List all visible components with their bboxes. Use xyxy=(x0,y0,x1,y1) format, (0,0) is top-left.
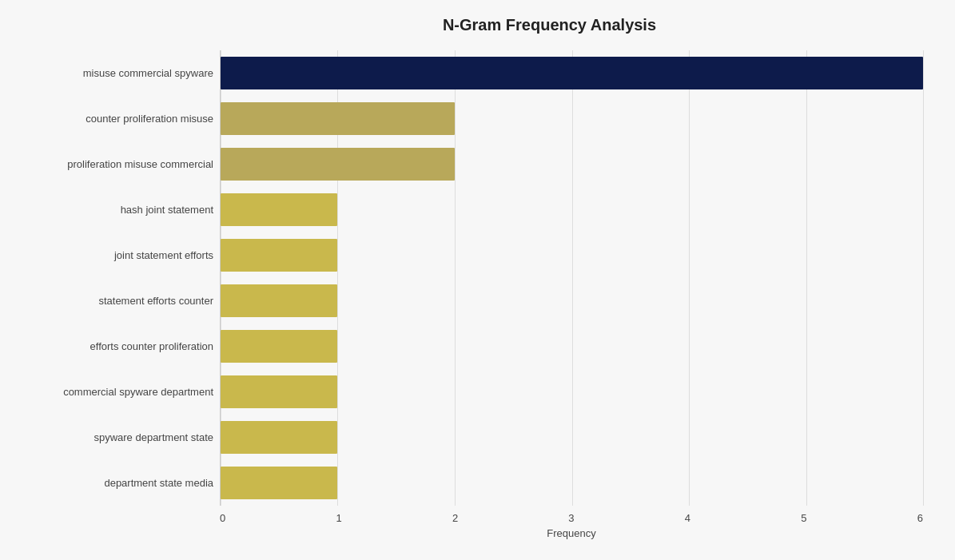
bar-row xyxy=(221,415,923,460)
y-label: misuse commercial spyware xyxy=(16,50,213,96)
bar xyxy=(221,330,337,363)
x-tick: 6 xyxy=(917,512,923,524)
x-tick: 1 xyxy=(336,512,341,524)
x-tick: 5 xyxy=(801,512,806,524)
bar-row xyxy=(221,232,923,278)
y-label: department state media xyxy=(16,460,213,506)
y-label: counter proliferation misuse xyxy=(16,96,213,141)
bar-row xyxy=(221,460,923,506)
y-label: hash joint statement xyxy=(16,187,213,232)
bar-row xyxy=(221,324,923,369)
bar xyxy=(221,421,337,454)
x-axis: 0123456 xyxy=(16,512,923,524)
x-tick: 0 xyxy=(220,512,225,524)
bars-section: misuse commercial spywarecounter prolife… xyxy=(16,50,923,506)
bar xyxy=(221,239,337,272)
grid-line xyxy=(923,50,924,506)
x-axis-label: Frequency xyxy=(16,527,923,539)
plot-area xyxy=(220,50,923,506)
y-label: commercial spyware department xyxy=(16,369,213,415)
bar xyxy=(221,57,923,89)
bar-row xyxy=(221,187,923,232)
x-tick: 2 xyxy=(452,512,458,524)
bar xyxy=(221,148,455,181)
bar-row xyxy=(221,278,923,324)
y-label: spyware department state xyxy=(16,415,213,460)
chart-container: N-Gram Frequency Analysis misuse commerc… xyxy=(0,0,955,560)
y-label: joint statement efforts xyxy=(16,232,213,278)
y-label: efforts counter proliferation xyxy=(16,324,213,369)
y-label: proliferation misuse commercial xyxy=(16,141,213,187)
bar-row xyxy=(221,50,923,96)
chart-title: N-Gram Frequency Analysis xyxy=(16,16,923,34)
bar xyxy=(221,375,337,408)
x-tick: 4 xyxy=(685,512,690,524)
x-ticks: 0123456 xyxy=(220,512,923,524)
y-labels: misuse commercial spywarecounter prolife… xyxy=(16,50,220,506)
bar xyxy=(221,284,337,317)
bar xyxy=(221,193,337,226)
bar-row xyxy=(221,369,923,415)
bar xyxy=(221,102,455,135)
bar-row xyxy=(221,141,923,187)
chart-area: misuse commercial spywarecounter prolife… xyxy=(16,50,923,483)
bar xyxy=(221,467,337,499)
bars-container xyxy=(221,50,923,506)
bar-row xyxy=(221,96,923,141)
x-tick: 3 xyxy=(568,512,574,524)
y-label: statement efforts counter xyxy=(16,278,213,324)
